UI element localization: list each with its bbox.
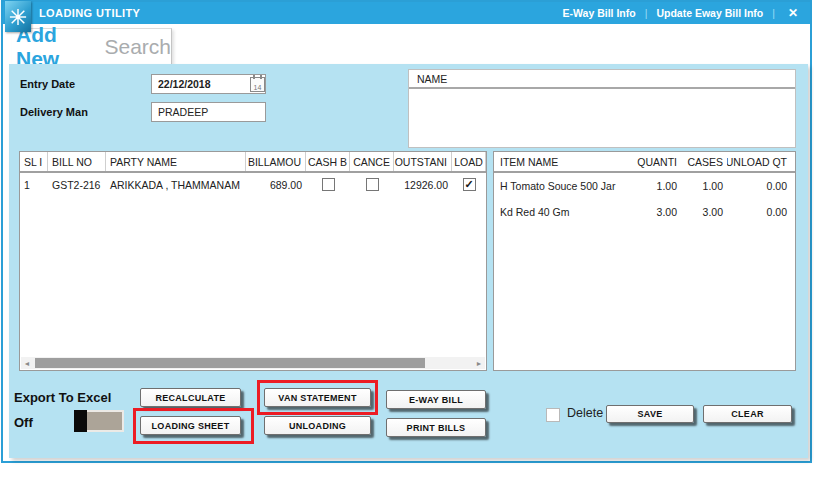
titlebar-separator: |	[645, 7, 648, 19]
unloading-button[interactable]: UNLOADING	[264, 416, 371, 435]
loading-utility-window: LOADING UTILITY E-Way Bill Info | Update…	[0, 0, 814, 495]
bill-amount-value: 689.00	[246, 179, 306, 191]
item-qty-value: 1.00	[629, 180, 681, 192]
col-bill-amount[interactable]: BILLAMOU	[246, 152, 306, 171]
window-title: LOADING UTILITY	[39, 7, 140, 19]
item-row[interactable]: H Tomato Souce 500 Jar 1.00 1.00 0.00	[494, 173, 795, 199]
col-item-name[interactable]: ITEM NAME	[496, 152, 629, 171]
load-checkbox[interactable]	[463, 178, 476, 191]
item-unload-value: 0.00	[727, 180, 791, 192]
sl-no-value: 1	[20, 179, 48, 191]
recalculate-button[interactable]: RECALCULATE	[140, 388, 241, 407]
delete-label: Delete	[567, 406, 603, 420]
party-name-value: ARIKKADA , THAMMANAM	[106, 179, 246, 191]
van-statement-highlight	[257, 380, 378, 415]
name-search-panel[interactable]: NAME	[408, 69, 796, 148]
cash-bill-checkbox[interactable]	[322, 178, 335, 191]
delivery-man-label: Delivery Man	[20, 106, 88, 118]
col-bill-no[interactable]: BILL NO	[48, 152, 106, 171]
loading-sheet-highlight	[133, 408, 254, 444]
items-table-header: ITEM NAME QUANTI CASES UNLOAD QT	[494, 152, 795, 173]
close-icon[interactable]: ✕	[784, 6, 802, 20]
scroll-right-icon[interactable]: ►	[473, 360, 485, 367]
starburst-icon	[9, 8, 27, 26]
bills-table-header: SL I BILL NO PARTY NAME BILLAMOU CASH B …	[20, 152, 486, 173]
col-quantity[interactable]: QUANTI	[629, 152, 681, 171]
entry-date-label: Entry Date	[20, 78, 75, 90]
app-logo-icon	[5, 1, 31, 32]
eway-bill-button[interactable]: E-WAY BILL	[386, 390, 486, 409]
update-eway-bill-info-link[interactable]: Update Eway Bill Info	[656, 7, 763, 19]
app-window: LOADING UTILITY E-Way Bill Info | Update…	[1, 0, 812, 463]
col-sl-no[interactable]: SL I	[20, 152, 48, 171]
print-bills-button[interactable]: PRINT BILLS	[386, 418, 486, 437]
name-column-header: NAME	[409, 70, 795, 89]
col-party-name[interactable]: PARTY NAME	[106, 152, 246, 171]
bill-no-value: GST2-216	[48, 179, 106, 191]
item-unload-value: 0.00	[727, 206, 791, 218]
scroll-left-icon[interactable]: ◄	[21, 360, 33, 367]
clear-button[interactable]: CLEAR	[703, 405, 792, 423]
calendar-icon[interactable]: 14	[250, 77, 265, 92]
bill-row[interactable]: 1 GST2-216 ARIKKADA , THAMMANAM 689.00 1…	[20, 173, 486, 196]
item-row[interactable]: Kd Red 40 Gm 3.00 3.00 0.00	[494, 199, 795, 225]
col-cases[interactable]: CASES	[681, 152, 727, 171]
outstanding-value: 12926.00	[394, 179, 452, 191]
toggle-track	[87, 410, 124, 432]
horizontal-scrollbar[interactable]: ◄ ►	[21, 357, 485, 369]
main-panel: Entry Date 14 Delivery Man NAME SL I BIL…	[9, 64, 808, 458]
bills-table: SL I BILL NO PARTY NAME BILLAMOU CASH B …	[19, 151, 487, 371]
col-outstanding[interactable]: OUTSTANI	[394, 152, 452, 171]
eway-bill-info-link[interactable]: E-Way Bill Info	[563, 7, 636, 19]
scrollbar-thumb[interactable]	[35, 358, 425, 368]
items-table: ITEM NAME QUANTI CASES UNLOAD QT H Tomat…	[493, 151, 796, 371]
toggle-state-label: Off	[14, 415, 33, 430]
item-name-value: Kd Red 40 Gm	[496, 206, 629, 218]
col-cash-bill[interactable]: CASH B	[306, 152, 350, 171]
col-cancel[interactable]: CANCE	[350, 152, 394, 171]
save-button[interactable]: SAVE	[606, 405, 694, 423]
col-unload-qty[interactable]: UNLOAD QT	[727, 152, 791, 171]
toggle-knob[interactable]	[74, 410, 87, 432]
item-cases-value: 1.00	[681, 180, 727, 192]
cancel-checkbox[interactable]	[366, 178, 379, 191]
calendar-day-number: 14	[254, 84, 262, 91]
title-bar: LOADING UTILITY E-Way Bill Info | Update…	[3, 2, 810, 24]
tab-strip: Add New Search	[12, 28, 172, 64]
col-load[interactable]: LOAD	[452, 152, 486, 171]
delivery-man-input[interactable]	[151, 102, 266, 122]
tab-search[interactable]: Search	[104, 35, 171, 59]
delete-checkbox[interactable]	[546, 408, 560, 422]
item-cases-value: 3.00	[681, 206, 727, 218]
export-to-excel-label: Export To Excel	[14, 390, 111, 405]
entry-date-input[interactable]	[151, 74, 266, 94]
item-name-value: H Tomato Souce 500 Jar	[496, 180, 629, 192]
item-qty-value: 3.00	[629, 206, 681, 218]
titlebar-separator: |	[772, 7, 775, 19]
scrollbar-track[interactable]	[33, 358, 473, 368]
export-toggle[interactable]	[74, 410, 124, 432]
